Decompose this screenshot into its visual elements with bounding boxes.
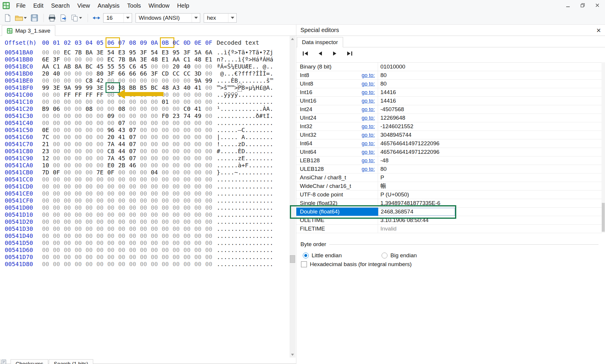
hex-byte[interactable]: 00 — [96, 98, 107, 105]
hex-byte[interactable]: 00 — [140, 261, 151, 268]
hex-byte[interactable]: 00 — [42, 218, 53, 225]
inspector-type-name[interactable]: Int64go to: — [296, 139, 378, 148]
hex-byte[interactable]: 00 — [75, 77, 86, 84]
hex-byte[interactable]: 00 — [96, 176, 107, 183]
inspector-type-name[interactable]: OLETIME — [296, 216, 378, 224]
hex-byte[interactable]: 00 — [96, 141, 107, 148]
hex-byte[interactable]: 00 — [64, 155, 75, 162]
hex-byte[interactable]: 00 — [42, 91, 53, 98]
hex-byte[interactable]: E1 — [162, 56, 173, 63]
hex-byte[interactable]: 00 — [194, 98, 205, 105]
decoded-text[interactable]: ................ — [217, 218, 273, 225]
decoded-text[interactable]: ................ — [217, 98, 273, 105]
hex-byte[interactable]: 00 — [96, 218, 107, 225]
hex-byte[interactable]: 00 — [173, 155, 183, 162]
hex-byte[interactable]: 00 — [86, 218, 96, 225]
hex-byte[interactable]: 07 — [129, 141, 140, 148]
hex-byte[interactable]: 00 — [75, 70, 86, 77]
hex-byte[interactable]: 00 — [151, 190, 162, 197]
hex-byte[interactable]: CD — [162, 70, 173, 77]
hex-byte[interactable]: 00 — [118, 197, 129, 204]
hex-byte[interactable]: 00 — [173, 225, 183, 232]
hex-byte[interactable]: 00 — [64, 56, 75, 63]
export-button[interactable] — [59, 13, 68, 23]
hex-byte[interactable]: 00 — [64, 218, 75, 225]
restore-button[interactable] — [577, 1, 588, 10]
hex-byte[interactable]: 3E — [53, 84, 64, 91]
hex-byte[interactable]: AA — [173, 56, 183, 63]
hex-byte[interactable]: 00 — [75, 133, 86, 141]
hex-byte[interactable]: 00 — [173, 211, 183, 218]
hex-byte[interactable]: 00 — [75, 218, 86, 225]
hex-byte[interactable]: 00 — [118, 225, 129, 232]
hex-byte[interactable]: 00 — [205, 162, 216, 169]
hex-byte[interactable]: 00 — [96, 197, 107, 204]
hex-byte[interactable]: 00 — [53, 204, 64, 211]
hex-byte[interactable]: 00 — [162, 63, 173, 70]
hex-byte[interactable]: 00 — [64, 232, 75, 239]
hex-byte[interactable]: 00 — [205, 183, 216, 190]
hex-byte[interactable]: 00 — [96, 183, 107, 190]
hex-byte[interactable]: 00 — [162, 126, 173, 133]
hex-byte[interactable]: 00 — [205, 133, 216, 141]
decoded-text[interactable]: ................ — [217, 183, 273, 190]
hex-byte[interactable]: 00 — [151, 119, 162, 126]
inspector-value[interactable]: Invalid — [378, 226, 399, 232]
hex-byte[interactable]: 48 — [162, 84, 173, 91]
hex-byte[interactable]: 00 — [129, 218, 140, 225]
hex-byte[interactable]: 20 — [173, 63, 183, 70]
hex-byte[interactable]: 0E — [42, 126, 53, 133]
hex-byte[interactable]: 45 — [96, 63, 107, 70]
hex-byte[interactable]: 00 — [151, 261, 162, 268]
hex-byte[interactable]: 00 — [42, 246, 53, 253]
hex-byte[interactable]: 42 — [96, 77, 107, 84]
hex-byte[interactable]: 3E — [96, 49, 107, 56]
bytes-per-row-select[interactable]: 16 — [103, 13, 132, 23]
hex-byte[interactable]: 00 — [162, 176, 173, 183]
hex-byte[interactable]: 00 — [194, 119, 205, 126]
hex-byte[interactable]: 00 — [64, 253, 75, 261]
hex-byte[interactable]: 00 — [205, 176, 216, 183]
hex-byte[interactable]: 00 — [129, 105, 140, 112]
hex-byte[interactable]: 00 — [173, 98, 183, 105]
hex-byte[interactable]: 00 — [107, 204, 118, 211]
hex-byte[interactable]: 00 — [64, 261, 75, 268]
hex-byte[interactable]: 00 — [151, 77, 162, 84]
hex-byte[interactable]: 00 — [205, 155, 216, 162]
hex-byte[interactable]: 55 — [107, 63, 118, 70]
hex-byte[interactable]: 00 — [173, 204, 183, 211]
hex-byte[interactable]: 00 — [96, 162, 107, 169]
hex-byte[interactable]: 00 — [86, 183, 96, 190]
hex-byte[interactable]: 00 — [140, 218, 151, 225]
hex-byte[interactable]: 00 — [194, 204, 205, 211]
hex-byte[interactable]: 00 — [162, 239, 173, 246]
hex-byte[interactable]: 00 — [64, 176, 75, 183]
inspector-value[interactable]: 2468,368574 — [378, 208, 455, 216]
decoded-text[interactable]: n?....ì{º>HáªÁHá — [217, 56, 273, 63]
hex-byte[interactable]: 00 — [173, 119, 183, 126]
hex-byte[interactable]: 00 — [151, 148, 162, 155]
hex-byte[interactable]: 00 — [140, 183, 151, 190]
decoded-text[interactable]: ................ — [217, 197, 273, 204]
inspector-value[interactable]: 01010000 — [378, 64, 408, 70]
hex-byte[interactable]: 00 — [173, 253, 183, 261]
hex-byte[interactable]: 00 — [205, 148, 216, 155]
hex-byte[interactable]: 00 — [194, 225, 205, 232]
inspector-type-name[interactable]: Binary (8 bit) — [296, 63, 378, 71]
inspector-value[interactable]: 4657646414971222096 — [378, 149, 442, 155]
hex-byte[interactable]: 00 — [53, 119, 64, 126]
hex-byte[interactable]: C0 — [183, 105, 194, 112]
hex-byte[interactable]: 00 — [86, 155, 96, 162]
inspector-row[interactable]: Single (float32)1,394897481877335E-6 — [296, 199, 602, 208]
hex-byte[interactable]: 00 — [96, 105, 107, 112]
hex-byte[interactable]: 00 — [96, 112, 107, 119]
hex-byte[interactable]: 00 — [53, 190, 64, 197]
hex-byte[interactable]: 00 — [64, 148, 75, 155]
hex-byte[interactable]: 00 — [183, 155, 194, 162]
hex-byte[interactable]: 00 — [53, 232, 64, 239]
inspector-type-name[interactable]: AnsiChar / char8_t — [296, 173, 378, 182]
hex-byte[interactable]: 00 — [162, 77, 173, 84]
inspector-type-name[interactable]: WideChar / char16_t — [296, 182, 378, 190]
hex-byte[interactable]: C1 — [53, 63, 64, 70]
hex-byte[interactable]: 00 — [53, 148, 64, 155]
